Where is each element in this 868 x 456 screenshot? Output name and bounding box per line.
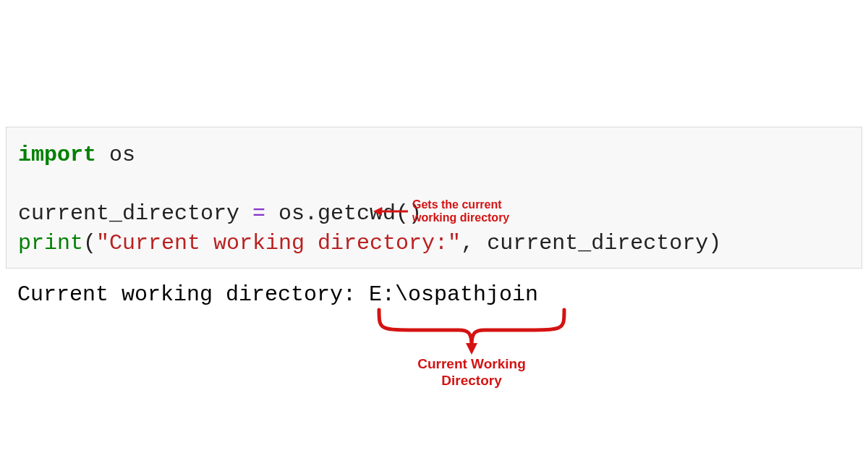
code-line-blank <box>18 170 850 200</box>
annotation-brace-cwd: Current Working Directory <box>370 307 573 389</box>
output-line: Current working directory: E:\ospathjoin <box>17 282 538 307</box>
annotation-text-cwd: Current Working Directory <box>370 356 573 389</box>
code-line-3: print("Current working directory:", curr… <box>18 229 850 258</box>
paren-close: ) <box>708 231 721 256</box>
fn-print: print <box>18 231 83 256</box>
comma: , <box>461 231 487 256</box>
annotation-arrow-getcwd: Gets the current working directory <box>373 198 509 225</box>
arg-current-directory: current_directory <box>487 231 708 256</box>
var-current-directory: current_directory <box>18 201 252 226</box>
paren-open: ( <box>83 231 96 256</box>
keyword-import: import <box>18 143 96 167</box>
svg-marker-2 <box>466 343 477 355</box>
arrow-left-icon <box>373 206 408 216</box>
curly-brace-icon <box>370 307 573 355</box>
annotation-line: Gets the current <box>412 198 509 211</box>
annotation-line: working directory <box>412 211 509 224</box>
module-os: os <box>96 143 135 167</box>
string-literal: "Current working directory:" <box>96 231 461 256</box>
equals-op: = <box>252 201 265 226</box>
code-line-1: import os <box>18 140 850 170</box>
annotation-line: Current Working <box>370 356 573 373</box>
annotation-line: Directory <box>370 373 573 389</box>
code-block: import os current_directory = os.getcwd(… <box>6 127 862 269</box>
annotation-text-getcwd: Gets the current working directory <box>412 198 509 225</box>
svg-marker-1 <box>373 207 382 216</box>
